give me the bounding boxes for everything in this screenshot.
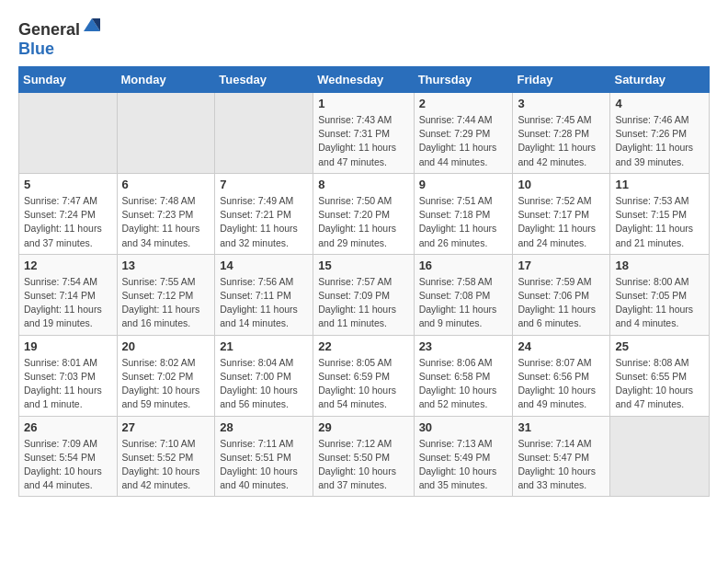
col-header-saturday: Saturday (610, 67, 710, 93)
day-info: Sunrise: 7:51 AMSunset: 7:18 PMDaylight:… (419, 194, 508, 250)
calendar-cell: 27Sunrise: 7:10 AMSunset: 5:52 PMDayligh… (117, 416, 215, 497)
header: General Blue (18, 15, 710, 59)
day-info: Sunrise: 7:13 AMSunset: 5:49 PMDaylight:… (419, 437, 508, 493)
calendar-cell: 3Sunrise: 7:45 AMSunset: 7:28 PMDaylight… (513, 93, 610, 174)
day-info: Sunrise: 8:07 AMSunset: 6:56 PMDaylight:… (518, 356, 605, 412)
day-info: Sunrise: 7:54 AMSunset: 7:14 PMDaylight:… (24, 275, 112, 331)
calendar-cell (117, 93, 215, 174)
day-info: Sunrise: 7:46 AMSunset: 7:26 PMDaylight:… (615, 113, 704, 169)
day-info: Sunrise: 7:56 AMSunset: 7:11 PMDaylight:… (220, 275, 308, 331)
calendar-cell: 15Sunrise: 7:57 AMSunset: 7:09 PMDayligh… (313, 254, 414, 335)
calendar-table: SundayMondayTuesdayWednesdayThursdayFrid… (18, 66, 710, 497)
col-header-friday: Friday (513, 67, 610, 93)
day-info: Sunrise: 7:45 AMSunset: 7:28 PMDaylight:… (518, 113, 605, 169)
day-number: 5 (24, 178, 112, 191)
day-info: Sunrise: 7:12 AMSunset: 5:50 PMDaylight:… (318, 437, 408, 493)
calendar-cell: 25Sunrise: 8:08 AMSunset: 6:55 PMDayligh… (610, 335, 710, 416)
day-number: 18 (615, 259, 704, 272)
calendar-cell: 2Sunrise: 7:44 AMSunset: 7:29 PMDaylight… (414, 93, 513, 174)
day-number: 3 (518, 97, 605, 110)
calendar-cell: 10Sunrise: 7:52 AMSunset: 7:17 PMDayligh… (513, 173, 610, 254)
calendar-cell: 1Sunrise: 7:43 AMSunset: 7:31 PMDaylight… (313, 93, 414, 174)
day-number: 31 (518, 420, 605, 434)
calendar-cell (19, 93, 118, 174)
col-header-wednesday: Wednesday (313, 67, 414, 93)
calendar-cell (610, 416, 710, 497)
calendar-cell: 13Sunrise: 7:55 AMSunset: 7:12 PMDayligh… (117, 254, 215, 335)
week-row-1: 1Sunrise: 7:43 AMSunset: 7:31 PMDaylight… (19, 93, 710, 174)
calendar-cell: 12Sunrise: 7:54 AMSunset: 7:14 PMDayligh… (19, 254, 118, 335)
calendar-cell: 5Sunrise: 7:47 AMSunset: 7:24 PMDaylight… (19, 173, 118, 254)
day-info: Sunrise: 7:11 AMSunset: 5:51 PMDaylight:… (220, 437, 308, 493)
day-number: 7 (220, 178, 308, 191)
calendar-header-row: SundayMondayTuesdayWednesdayThursdayFrid… (19, 67, 710, 93)
day-number: 14 (220, 259, 308, 272)
day-info: Sunrise: 8:01 AMSunset: 7:03 PMDaylight:… (24, 356, 112, 412)
day-number: 6 (122, 178, 210, 191)
day-number: 21 (220, 339, 308, 353)
calendar-cell: 14Sunrise: 7:56 AMSunset: 7:11 PMDayligh… (215, 254, 313, 335)
col-header-thursday: Thursday (414, 67, 513, 93)
calendar-cell (215, 93, 313, 174)
day-info: Sunrise: 7:43 AMSunset: 7:31 PMDaylight:… (318, 113, 408, 169)
day-info: Sunrise: 8:08 AMSunset: 6:55 PMDaylight:… (615, 356, 704, 412)
day-number: 29 (318, 420, 408, 434)
day-number: 11 (615, 178, 704, 191)
day-info: Sunrise: 7:52 AMSunset: 7:17 PMDaylight:… (518, 194, 605, 250)
day-number: 4 (615, 97, 704, 110)
day-number: 23 (419, 339, 508, 353)
day-number: 22 (318, 339, 408, 353)
calendar-cell: 17Sunrise: 7:59 AMSunset: 7:06 PMDayligh… (513, 254, 610, 335)
calendar-cell: 29Sunrise: 7:12 AMSunset: 5:50 PMDayligh… (313, 416, 414, 497)
day-number: 28 (220, 420, 308, 434)
day-number: 15 (318, 259, 408, 272)
day-number: 10 (518, 178, 605, 191)
col-header-tuesday: Tuesday (215, 67, 313, 93)
day-info: Sunrise: 8:00 AMSunset: 7:05 PMDaylight:… (615, 275, 704, 331)
logo-icon (82, 15, 102, 35)
day-number: 20 (122, 339, 210, 353)
logo-general: General (18, 20, 80, 39)
logo: General Blue (18, 15, 102, 59)
day-info: Sunrise: 7:58 AMSunset: 7:08 PMDaylight:… (419, 275, 508, 331)
col-header-monday: Monday (117, 67, 215, 93)
calendar-cell: 26Sunrise: 7:09 AMSunset: 5:54 PMDayligh… (19, 416, 118, 497)
calendar-cell: 6Sunrise: 7:48 AMSunset: 7:23 PMDaylight… (117, 173, 215, 254)
calendar-cell: 23Sunrise: 8:06 AMSunset: 6:58 PMDayligh… (414, 335, 513, 416)
calendar-cell: 21Sunrise: 8:04 AMSunset: 7:00 PMDayligh… (215, 335, 313, 416)
calendar-cell: 31Sunrise: 7:14 AMSunset: 5:47 PMDayligh… (513, 416, 610, 497)
day-number: 27 (122, 420, 210, 434)
logo-text: General Blue (18, 15, 102, 59)
day-info: Sunrise: 7:14 AMSunset: 5:47 PMDaylight:… (518, 437, 605, 493)
calendar-cell: 18Sunrise: 8:00 AMSunset: 7:05 PMDayligh… (610, 254, 710, 335)
calendar-cell: 9Sunrise: 7:51 AMSunset: 7:18 PMDaylight… (414, 173, 513, 254)
day-number: 13 (122, 259, 210, 272)
calendar-cell: 19Sunrise: 8:01 AMSunset: 7:03 PMDayligh… (19, 335, 118, 416)
day-info: Sunrise: 7:09 AMSunset: 5:54 PMDaylight:… (24, 437, 112, 493)
day-info: Sunrise: 7:10 AMSunset: 5:52 PMDaylight:… (122, 437, 210, 493)
week-row-2: 5Sunrise: 7:47 AMSunset: 7:24 PMDaylight… (19, 173, 710, 254)
calendar-cell: 22Sunrise: 8:05 AMSunset: 6:59 PMDayligh… (313, 335, 414, 416)
day-number: 1 (318, 97, 408, 110)
day-info: Sunrise: 7:59 AMSunset: 7:06 PMDaylight:… (518, 275, 605, 331)
calendar-cell: 20Sunrise: 8:02 AMSunset: 7:02 PMDayligh… (117, 335, 215, 416)
day-number: 9 (419, 178, 508, 191)
day-number: 24 (518, 339, 605, 353)
week-row-4: 19Sunrise: 8:01 AMSunset: 7:03 PMDayligh… (19, 335, 710, 416)
calendar-cell: 30Sunrise: 7:13 AMSunset: 5:49 PMDayligh… (414, 416, 513, 497)
day-number: 8 (318, 178, 408, 191)
day-number: 2 (419, 97, 508, 110)
day-number: 26 (24, 420, 112, 434)
day-info: Sunrise: 7:57 AMSunset: 7:09 PMDaylight:… (318, 275, 408, 331)
day-number: 16 (419, 259, 508, 272)
day-info: Sunrise: 8:05 AMSunset: 6:59 PMDaylight:… (318, 356, 408, 412)
day-info: Sunrise: 8:04 AMSunset: 7:00 PMDaylight:… (220, 356, 308, 412)
week-row-5: 26Sunrise: 7:09 AMSunset: 5:54 PMDayligh… (19, 416, 710, 497)
day-info: Sunrise: 8:02 AMSunset: 7:02 PMDaylight:… (122, 356, 210, 412)
day-number: 17 (518, 259, 605, 272)
day-info: Sunrise: 7:48 AMSunset: 7:23 PMDaylight:… (122, 194, 210, 250)
day-number: 19 (24, 339, 112, 353)
calendar-cell: 11Sunrise: 7:53 AMSunset: 7:15 PMDayligh… (610, 173, 710, 254)
col-header-sunday: Sunday (19, 67, 118, 93)
page: General Blue SundayMondayTuesdayWednesda… (0, 0, 728, 511)
